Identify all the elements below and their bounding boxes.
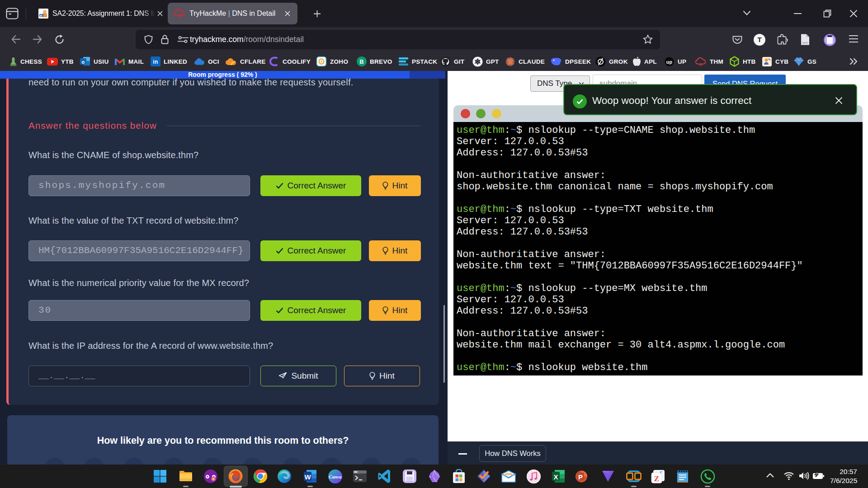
svg-text:W: W (304, 473, 311, 481)
svg-text:up: up (666, 59, 672, 64)
svg-text:Z: Z (654, 474, 659, 483)
svg-text:Canva: Canva (329, 474, 341, 479)
svg-text:X: X (553, 473, 558, 481)
svg-text:in: in (153, 59, 158, 65)
svg-text:B: B (359, 58, 364, 65)
svg-text:P: P (578, 473, 582, 481)
svg-text:o: o (81, 59, 85, 65)
